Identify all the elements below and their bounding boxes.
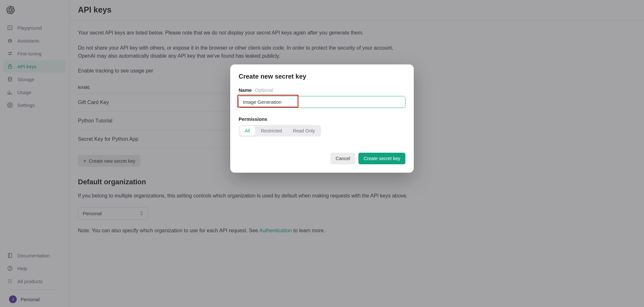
permissions-label: Permissions: [239, 116, 405, 122]
name-field-optional: Optional: [255, 87, 273, 93]
modal-title: Create new secret key: [239, 73, 405, 80]
permission-option-read-only[interactable]: Read Only: [288, 126, 320, 136]
cancel-button[interactable]: Cancel: [330, 153, 355, 164]
name-input[interactable]: [239, 96, 405, 108]
create-secret-key-button[interactable]: Create secret key: [358, 153, 405, 164]
name-field-label: Name: [239, 87, 252, 93]
permission-option-all[interactable]: All: [240, 126, 255, 136]
create-secret-key-modal: Create new secret key Name Optional Perm…: [230, 64, 414, 173]
permission-option-restricted[interactable]: Restricted: [256, 126, 287, 136]
modal-scrim[interactable]: Create new secret key Name Optional Perm…: [0, 0, 644, 307]
permissions-segmented: All Restricted Read Only: [239, 125, 321, 137]
